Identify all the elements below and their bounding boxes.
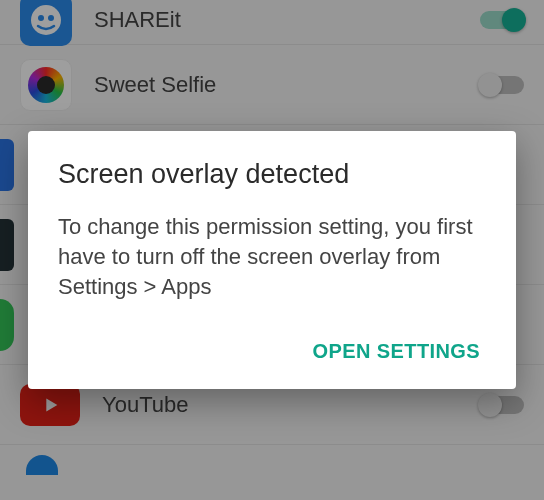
dialog-actions: OPEN SETTINGS: [58, 332, 486, 371]
open-settings-button[interactable]: OPEN SETTINGS: [307, 332, 486, 371]
dialog-title: Screen overlay detected: [58, 159, 486, 190]
dialog-body: To change this permission setting, you f…: [58, 212, 486, 301]
dialog-scrim: Screen overlay detected To change this p…: [0, 0, 544, 500]
overlay-detected-dialog: Screen overlay detected To change this p…: [28, 131, 516, 388]
